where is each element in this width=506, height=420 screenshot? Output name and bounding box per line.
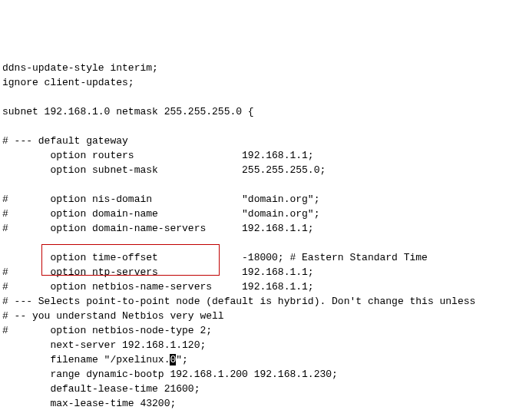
line: default-lease-time 21600; [2, 383, 200, 395]
line: ignore client-updates; [2, 77, 134, 88]
line-part: "; [176, 354, 188, 365]
line: range dynamic-bootp 192.168.1.200 192.16… [2, 369, 338, 380]
line: # option ntp-servers 192.168.1.1; [2, 266, 314, 278]
line: # option nis-domain "domain.org"; [2, 193, 319, 205]
line: option time-offset -18000; # Eastern Sta… [2, 252, 428, 263]
line: next-server 192.168.1.120; [2, 339, 206, 351]
line: # --- default gateway [2, 135, 128, 147]
line: option routers 192.168.1.1; [2, 150, 314, 161]
line: # option domain-name "domain.org"; [2, 208, 319, 220]
line: option subnet-mask 255.255.255.0; [2, 164, 326, 176]
line: # option netbios-node-type 2; [2, 325, 212, 336]
line: # -- you understand Netbios very well [2, 310, 224, 322]
line: # --- Selects point-to-point node (defau… [2, 296, 475, 307]
line: max-lease-time 43200; [2, 398, 176, 409]
line: ddns-update-style interim; [2, 62, 158, 74]
line-part: filename "/pxelinux. [2, 354, 170, 365]
config-text: ddns-update-style interim; ignore client… [2, 61, 504, 420]
line: # option netbios-name-servers 192.168.1.… [2, 281, 314, 293]
line: # option domain-name-servers 192.168.1.1… [2, 223, 314, 234]
line: subnet 192.168.1.0 netmask 255.255.255.0… [2, 106, 254, 117]
